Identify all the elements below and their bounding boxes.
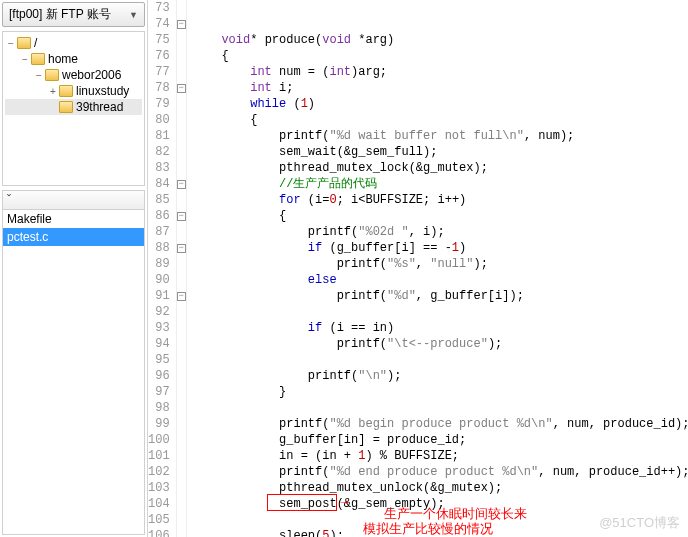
fold-marker[interactable]: − [177,288,186,304]
code-line[interactable] [193,400,688,416]
fold-marker [177,128,186,144]
fold-marker [177,272,186,288]
file-list: ˇ Makefilepctest.c [2,190,145,535]
code-line[interactable]: printf("%d wait buffer not full\n", num)… [193,128,688,144]
code-line[interactable]: printf("%02d ", i); [193,224,688,240]
fold-marker[interactable]: − [177,80,186,96]
line-number: 99 [148,416,170,432]
fold-column[interactable]: −−−−−− [177,0,187,537]
left-panel: [ftp00] 新 FTP 账号 ▼ −/−home−webor2006+lin… [0,0,148,537]
fold-marker[interactable]: − [177,176,186,192]
code-line[interactable]: for (i=0; i<BUFFSIZE; i++) [193,192,688,208]
fold-marker [177,528,186,537]
code-line[interactable] [193,304,688,320]
code-line[interactable]: int num = (int)arg; [193,64,688,80]
fold-marker [177,512,186,528]
tree-twisty-icon[interactable]: + [47,86,59,97]
code-line[interactable]: { [193,208,688,224]
line-number: 73 [148,0,170,16]
line-number: 95 [148,352,170,368]
code-editor[interactable]: 7374757677787980818283848586878889909192… [148,0,688,537]
fold-marker [177,144,186,160]
fold-marker [177,160,186,176]
code-line[interactable]: //生产产品的代码 [193,176,688,192]
file-row[interactable]: Makefile [3,210,144,228]
line-number: 86 [148,208,170,224]
line-number: 88 [148,240,170,256]
code-line[interactable]: { [193,48,688,64]
code-line[interactable]: sem_post(&g_sem_empty); [193,496,688,512]
watermark: @51CTO博客 [599,515,680,531]
line-number: 80 [148,112,170,128]
fold-marker[interactable]: − [177,240,186,256]
tree-item-label: 39thread [76,100,123,114]
folder-icon [31,53,45,65]
line-number: 92 [148,304,170,320]
code-line[interactable]: pthread_mutex_lock(&g_mutex); [193,160,688,176]
code-line[interactable]: void* produce(void *arg) [193,32,688,48]
line-number: 77 [148,64,170,80]
line-number: 79 [148,96,170,112]
folder-tree[interactable]: −/−home−webor2006+linuxstudy39thread [2,31,145,186]
fold-marker [177,336,186,352]
code-line[interactable]: sem_wait(&g_sem_full); [193,144,688,160]
code-line[interactable]: g_buffer[in] = produce_id; [193,432,688,448]
line-number: 106 [148,528,170,537]
file-list-header[interactable]: ˇ [3,191,144,210]
code-line[interactable]: pthread_mutex_unlock(&g_mutex); [193,480,688,496]
code-line[interactable]: else [193,272,688,288]
fold-marker[interactable]: − [177,16,186,32]
tree-item[interactable]: −home [5,51,142,67]
line-number: 91 [148,288,170,304]
code-source[interactable]: void* produce(void *arg) { int num = (in… [187,0,688,537]
fold-marker [177,400,186,416]
tree-item[interactable]: −webor2006 [5,67,142,83]
tree-item-label: home [48,52,78,66]
line-number: 100 [148,432,170,448]
code-line[interactable]: while (1) [193,96,688,112]
tree-twisty-icon[interactable]: − [19,54,31,65]
code-line[interactable] [193,352,688,368]
tree-item-label: linuxstudy [76,84,129,98]
line-number: 96 [148,368,170,384]
code-line[interactable]: } [193,384,688,400]
line-number: 84 [148,176,170,192]
line-number: 102 [148,464,170,480]
line-number-gutter: 7374757677787980818283848586878889909192… [148,0,177,537]
fold-marker [177,448,186,464]
fold-marker [177,432,186,448]
line-number: 98 [148,400,170,416]
line-number: 82 [148,144,170,160]
code-line[interactable]: printf("%d end produce product %d\n", nu… [193,464,688,480]
tree-item[interactable]: 39thread [5,99,142,115]
fold-marker[interactable]: − [177,208,186,224]
code-line[interactable]: { [193,112,688,128]
code-line[interactable]: printf("\t<--produce"); [193,336,688,352]
code-line[interactable]: in = (in + 1) % BUFFSIZE; [193,448,688,464]
line-number: 78 [148,80,170,96]
tree-twisty-icon[interactable]: − [5,38,17,49]
code-line[interactable]: printf("%d begin produce product %d\n", … [193,416,688,432]
fold-marker [177,32,186,48]
code-line[interactable]: if (g_buffer[i] == -1) [193,240,688,256]
code-line[interactable]: printf("\n"); [193,368,688,384]
line-number: 97 [148,384,170,400]
line-number: 81 [148,128,170,144]
tree-item[interactable]: +linuxstudy [5,83,142,99]
code-line[interactable]: int i; [193,80,688,96]
ftp-account-dropdown[interactable]: [ftp00] 新 FTP 账号 ▼ [2,2,145,27]
line-number: 85 [148,192,170,208]
tree-twisty-icon[interactable]: − [33,70,45,81]
line-number: 89 [148,256,170,272]
tree-item-label: webor2006 [62,68,121,82]
line-number: 104 [148,496,170,512]
folder-icon [59,101,73,113]
code-line[interactable]: printf("%s", "null"); [193,256,688,272]
folder-icon [59,85,73,97]
tree-item[interactable]: −/ [5,35,142,51]
fold-marker [177,48,186,64]
code-line[interactable]: if (i == in) [193,320,688,336]
code-line[interactable]: printf("%d", g_buffer[i]); [193,288,688,304]
file-row[interactable]: pctest.c [3,228,144,246]
line-number: 105 [148,512,170,528]
